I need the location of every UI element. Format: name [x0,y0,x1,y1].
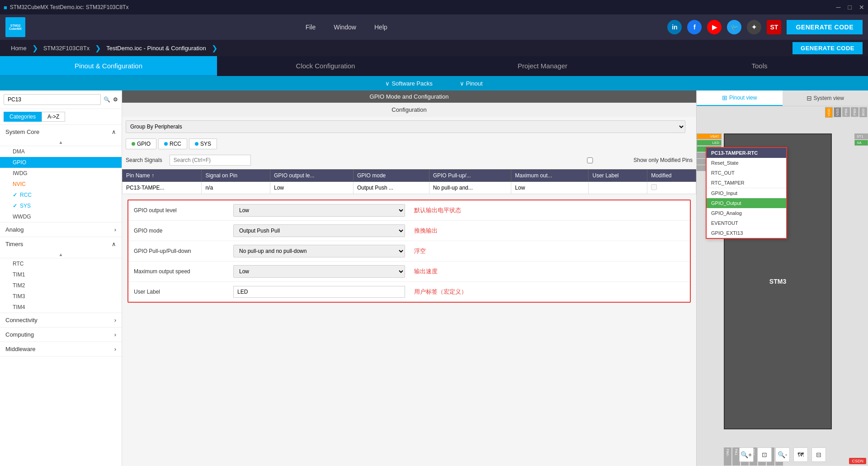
system-core-header[interactable]: System Core ∧ [0,125,122,139]
context-item-reset[interactable]: Reset_State [707,158,786,168]
config-select-wrap-output-level: Low 默认输出电平状态 [233,204,684,217]
context-item-rtc-out[interactable]: RTC_OUT [707,168,786,178]
st-icon[interactable]: ST [767,20,781,34]
sub-tab-software-packs[interactable]: ∨ Software Packs [385,80,432,87]
context-item-gpio-exti13[interactable]: GPIO_EXTI13 [707,228,786,238]
show-modified-checkbox[interactable] [549,157,631,163]
config-select-pullup[interactable]: No pull-up and no pull-down [233,245,405,257]
pin-st1[interactable]: ST1 [854,133,868,139]
scroll-up[interactable]: ▲ [0,139,122,146]
sidebar-item-rtc[interactable]: RTC [0,258,122,269]
table-row[interactable]: PC13-TAMPE... n/a Low Output Push ... No… [123,182,696,194]
tab-project[interactable]: Project Manager [434,56,651,76]
computing-header[interactable]: Computing › [0,328,122,342]
pin-led[interactable]: LED [697,140,722,146]
settings-icon[interactable]: ⚙ [113,96,118,103]
facebook-icon[interactable]: f [687,20,702,34]
pin-vbat[interactable]: VBAT [697,133,722,139]
nav-file[interactable]: File [306,24,316,31]
linkedin-icon[interactable]: in [667,20,682,34]
sidebar-item-sys[interactable]: ✓ SYS [0,200,122,211]
sidebar-item-iwdg[interactable]: IWDG [0,168,122,179]
connectivity-header[interactable]: Connectivity › [0,313,122,327]
modified-checkbox[interactable] [651,184,657,190]
th-modified[interactable]: Modified [647,170,696,182]
tab-clock[interactable]: Clock Configuration [217,56,434,76]
zoom-in-button[interactable]: 🔍+ [739,447,754,462]
context-item-gpio-input[interactable]: GPIO_Input [707,188,786,198]
nav-help[interactable]: Help [374,24,387,31]
sidebar-item-dma[interactable]: DMA [0,146,122,157]
sidebar-item-tim3[interactable]: TIM3 [0,291,122,302]
config-select-output-level[interactable]: Low [233,204,405,217]
config-label-pullup: GPIO Pull-up/Pull-down [134,248,233,254]
gpio-tab-button[interactable]: GPIO [126,138,156,149]
sub-tab-pinout[interactable]: ∨ Pinout [460,80,483,87]
th-max-out[interactable]: Maximum out... [511,170,589,182]
rcc-tab-button[interactable]: RCC [158,138,187,149]
config-select-max-speed[interactable]: Low [233,265,405,278]
close-button[interactable]: ✕ [859,4,864,11]
map-button[interactable]: 🗺 [793,447,808,462]
tab-tools[interactable]: Tools [651,56,868,76]
th-signal[interactable]: Signal on Pin [202,170,270,182]
context-item-gpio-analog[interactable]: GPIO_Analog [707,208,786,218]
table-header: Pin Name ↑ Signal on Pin GPIO output le.… [123,170,696,182]
breadcrumb-sep1: ❯ [32,44,38,52]
generate-code-button[interactable]: GENERATE CODE [787,20,863,34]
breadcrumb-home[interactable]: Home [5,40,32,56]
filter-categories-button[interactable]: Categories [4,112,42,122]
timers-header[interactable]: Timers ∧ [0,237,122,251]
layout-button[interactable]: ⊟ [811,447,826,462]
network-icon[interactable]: ✦ [747,20,761,34]
breadcrumb-chip[interactable]: STM32F103C8Tx [38,40,95,56]
th-pullup[interactable]: GPIO Pull-up/... [429,170,511,182]
sidebar-search-input[interactable] [4,94,101,105]
config-select-wrap-max-speed: Low 输出速度 [233,265,684,278]
zoom-out-button[interactable]: 🔍- [775,447,790,462]
sidebar-item-tim4[interactable]: TIM4 [0,302,122,313]
th-output-level[interactable]: GPIO output le... [270,170,354,182]
sidebar-section-analog: Analog › [0,223,122,237]
sidebar-item-wwdg[interactable]: WWDG [0,211,122,222]
youtube-icon[interactable]: ▶ [707,20,722,34]
group-by-select[interactable]: Group By Peripherals [126,120,685,133]
breadcrumb-project[interactable]: TestDemo.ioc - Pinout & Configuration [101,40,211,56]
context-item-rtc-tamper[interactable]: RTC_TAMPER [707,178,786,188]
sidebar-item-tim1[interactable]: TIM1 [0,269,122,280]
context-item-gpio-output[interactable]: GPIO_Output [707,198,786,208]
search-signals-input[interactable] [170,155,251,166]
window-controls[interactable]: ─ □ ✕ [836,4,864,11]
middleware-header[interactable]: Middleware › [0,342,122,356]
minimize-button[interactable]: ─ [836,4,841,11]
th-mode[interactable]: GPIO mode [353,170,429,182]
th-user-label[interactable]: User Label [589,170,647,182]
th-pin-name[interactable]: Pin Name ↑ [123,170,202,182]
cell-modified [647,182,696,194]
cell-max-out: Low [511,182,589,194]
sidebar-item-rcc[interactable]: ✓ RCC [0,190,122,200]
config-input-user-label[interactable] [233,286,405,298]
breadcrumb-generate-button[interactable]: GENERATE CODE [793,42,863,54]
timers-scroll-up[interactable]: ▲ [0,251,122,258]
sidebar-item-nvic[interactable]: NVIC [0,179,122,190]
context-item-eventout[interactable]: EVENTOUT [707,218,786,228]
nav-window[interactable]: Window [334,24,356,31]
sidebar-item-tim2[interactable]: TIM2 [0,280,122,291]
analog-header[interactable]: Analog › [0,223,122,237]
sys-tab-button[interactable]: SYS [189,138,217,149]
maximize-button[interactable]: □ [848,4,852,11]
top-nav: STM32 CubeMX File Window Help in f ▶ 🐦 ✦… [0,14,868,40]
pin-sa[interactable]: SA [854,140,868,146]
sidebar-section-middleware: Middleware › [0,342,122,357]
sidebar-item-gpio[interactable]: GPIO [0,157,122,168]
filter-az-button[interactable]: A->Z [42,112,65,122]
fit-button[interactable]: ⊡ [757,447,772,462]
twitter-icon[interactable]: 🐦 [727,20,741,34]
right-tab-system[interactable]: ⊟ System view [783,90,868,106]
tab-pinout[interactable]: Pinout & Configuration [0,56,217,76]
right-tab-pinout[interactable]: ⊞ Pinout view [697,90,783,106]
computing-chevron: › [114,331,116,338]
gpio-dot [132,142,135,146]
config-select-mode[interactable]: Output Push Pull [233,224,405,237]
